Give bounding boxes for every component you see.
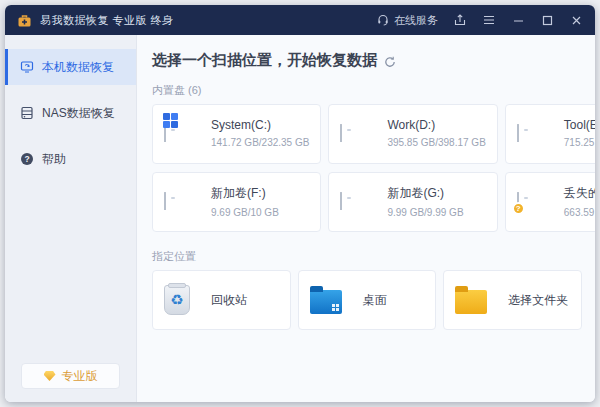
drive-size: 9.99 GB/9.99 GB (387, 207, 463, 218)
gem-icon (44, 371, 56, 381)
local-recovery-icon (20, 60, 34, 74)
location-label: 桌面 (363, 292, 387, 309)
desktop-folder-icon (310, 290, 342, 314)
location-label: 选择文件夹 (508, 292, 568, 309)
drive-card-system-c[interactable]: System(C:) 141.72 GB/232.35 GB (152, 104, 321, 164)
sidebar-item-help[interactable]: ? 帮助 (5, 141, 136, 177)
drive-icon (340, 125, 376, 143)
internal-disks-label: 内置盘 (6) (152, 83, 582, 98)
drive-name: System(C:) (211, 118, 309, 132)
svg-text:?: ? (24, 154, 29, 164)
location-card-select-folder[interactable]: 选择文件夹 (443, 270, 582, 330)
edition-button[interactable]: 专业版 (21, 363, 120, 389)
maximize-button[interactable] (540, 13, 554, 27)
drive-size: 9.69 GB/10 GB (211, 207, 279, 218)
headset-icon (377, 14, 389, 26)
drive-size: 663.59 GB (564, 207, 595, 218)
menu-icon[interactable] (482, 13, 496, 27)
drive-icon-lost: ? (517, 193, 553, 211)
drive-card-volume-f[interactable]: 新加卷(F:) 9.69 GB/10 GB (152, 172, 321, 232)
drive-name: Tool(E:) (564, 118, 595, 132)
drive-size: 141.72 GB/232.35 GB (211, 137, 309, 148)
app-logo-icon (17, 13, 32, 28)
minimize-button[interactable] (511, 13, 525, 27)
sidebar-item-nas-recovery[interactable]: NAS数据恢复 (5, 95, 136, 131)
drive-icon (517, 125, 553, 143)
drive-name: 新加卷(G:) (387, 185, 485, 202)
titlebar: 易我数据恢复 专业版 终身 在线服务 (5, 5, 595, 35)
main-panel: 选择一个扫描位置，开始恢复数据 内置盘 (6) (137, 35, 595, 402)
drive-card-lost-partition[interactable]: ? 丢失的分区 -1 i 663.59 GB (505, 172, 595, 232)
share-icon[interactable] (453, 13, 467, 27)
app-window: 易我数据恢复 专业版 终身 在线服务 (5, 5, 595, 402)
drive-grid: System(C:) 141.72 GB/232.35 GB Work(D:) … (152, 104, 582, 232)
online-service-label: 在线服务 (394, 13, 438, 28)
location-grid: ♻ 回收站 桌面 选择文件夹 (152, 270, 582, 330)
drive-card-tool-e[interactable]: Tool(E:) 715.25 GB/781.25 GB (505, 104, 595, 164)
nas-recovery-icon (20, 106, 34, 120)
drive-icon (164, 193, 200, 211)
page-title: 选择一个扫描位置，开始恢复数据 (152, 51, 377, 70)
edition-button-label: 专业版 (62, 368, 98, 385)
sidebar: 本机数据恢复 NAS数据恢复 ? (5, 35, 137, 402)
windows-logo-icon (163, 113, 178, 128)
location-card-desktop[interactable]: 桌面 (298, 270, 437, 330)
location-card-recycle-bin[interactable]: ♻ 回收站 (152, 270, 291, 330)
sidebar-item-label: NAS数据恢复 (42, 105, 115, 122)
location-label: 回收站 (211, 292, 247, 309)
drive-name: 新加卷(F:) (211, 185, 309, 202)
drive-size: 715.25 GB/781.25 GB (564, 137, 595, 148)
drive-name: 丢失的分区 -1 i (564, 185, 595, 202)
sidebar-item-label: 本机数据恢复 (42, 59, 114, 76)
drive-size: 395.85 GB/398.17 GB (387, 137, 485, 148)
question-badge-icon: ? (512, 202, 525, 215)
drive-icon-windows (164, 125, 200, 143)
refresh-icon[interactable] (384, 56, 396, 68)
drive-card-work-d[interactable]: Work(D:) 395.85 GB/398.17 GB (328, 104, 497, 164)
sidebar-item-local-recovery[interactable]: 本机数据恢复 (5, 49, 136, 85)
app-title: 易我数据恢复 专业版 终身 (40, 13, 174, 28)
drive-name: Work(D:) (387, 118, 485, 132)
recycle-bin-icon: ♻ (164, 285, 190, 315)
close-button[interactable] (569, 13, 583, 27)
specified-location-label: 指定位置 (152, 249, 582, 264)
drive-icon (340, 193, 376, 211)
help-icon: ? (20, 152, 34, 166)
drive-card-volume-g[interactable]: 新加卷(G:) 9.99 GB/9.99 GB (328, 172, 497, 232)
online-service-button[interactable]: 在线服务 (377, 13, 438, 28)
sidebar-item-label: 帮助 (42, 151, 66, 168)
folder-icon (455, 290, 487, 314)
